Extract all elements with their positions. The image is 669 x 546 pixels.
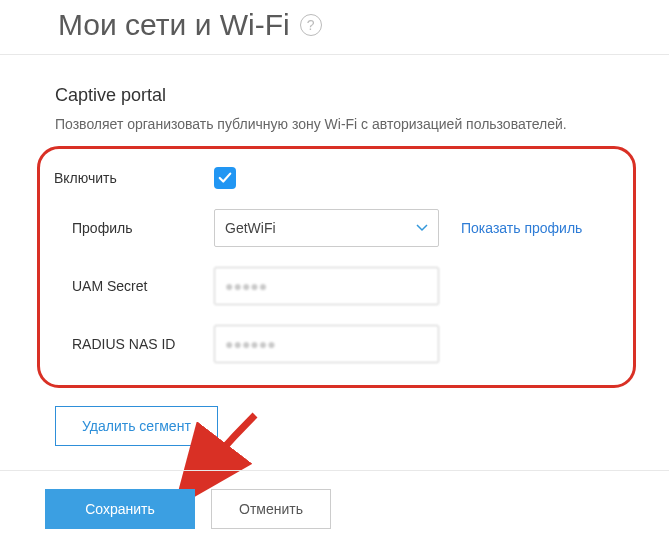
uam-secret-row: UAM Secret ●●●●●: [54, 267, 619, 305]
profile-row: Профиль GetWiFi Показать профиль: [54, 209, 619, 247]
section-title: Captive portal: [55, 85, 614, 106]
enable-row: Включить: [54, 167, 619, 189]
radius-value: ●●●●●●: [225, 336, 276, 352]
highlight-box: Включить Профиль GetWiFi Показать профил…: [37, 146, 636, 388]
profile-value: GetWiFi: [225, 220, 276, 236]
content-area: Captive portal Позволяет организовать пу…: [0, 55, 669, 446]
section-description: Позволяет организовать публичную зону Wi…: [55, 116, 614, 132]
save-button[interactable]: Сохранить: [45, 489, 195, 529]
enable-label: Включить: [54, 170, 214, 186]
delete-row: Удалить сегмент: [55, 406, 614, 446]
show-profile-link[interactable]: Показать профиль: [461, 220, 582, 236]
uam-secret-value: ●●●●●: [225, 278, 267, 294]
profile-select[interactable]: GetWiFi: [214, 209, 439, 247]
delete-segment-button[interactable]: Удалить сегмент: [55, 406, 218, 446]
help-icon[interactable]: ?: [300, 14, 322, 36]
page-title: Мои сети и Wi-Fi ?: [0, 0, 669, 55]
footer-actions: Сохранить Отменить: [0, 470, 669, 529]
check-icon: [218, 171, 232, 185]
cancel-button[interactable]: Отменить: [211, 489, 331, 529]
uam-secret-input[interactable]: ●●●●●: [214, 267, 439, 305]
page-title-text: Мои сети и Wi-Fi: [58, 8, 290, 42]
enable-checkbox[interactable]: [214, 167, 236, 189]
uam-secret-label: UAM Secret: [72, 278, 214, 294]
profile-label: Профиль: [72, 220, 214, 236]
radius-label: RADIUS NAS ID: [72, 336, 214, 352]
radius-input[interactable]: ●●●●●●: [214, 325, 439, 363]
radius-row: RADIUS NAS ID ●●●●●●: [54, 325, 619, 363]
chevron-down-icon: [416, 221, 428, 235]
